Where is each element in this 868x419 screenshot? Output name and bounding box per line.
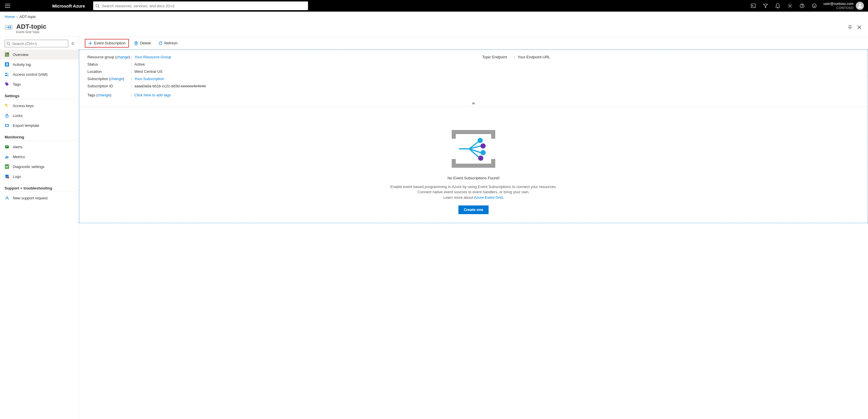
refresh-button[interactable]: Refresh xyxy=(156,39,181,47)
svg-point-50 xyxy=(7,177,9,179)
cloud-shell-icon[interactable] xyxy=(747,0,760,11)
help-icon[interactable] xyxy=(796,0,808,11)
svg-point-35 xyxy=(6,83,6,84)
nav-tags[interactable]: Tags xyxy=(0,79,79,89)
nav-access-control[interactable]: Access control (IAM) xyxy=(0,69,79,79)
status-value: Active xyxy=(134,62,465,66)
change-subscription[interactable]: change xyxy=(111,76,123,81)
change-resource-group[interactable]: change xyxy=(116,55,129,59)
nav-diagnostic-settings[interactable]: Diagnostic settings xyxy=(0,162,79,171)
svg-rect-48 xyxy=(8,165,8,168)
svg-point-51 xyxy=(6,196,8,198)
essentials-collapse[interactable] xyxy=(79,101,868,107)
resource-menu: Overview Activity log Access control (IA… xyxy=(0,37,79,419)
topic-endpoint-label: Topic Endpoint xyxy=(482,55,514,59)
nav-alerts[interactable]: Alerts xyxy=(0,142,79,152)
user-account[interactable]: user@contoso.com CONTOSO xyxy=(820,2,867,10)
learn-more-link[interactable]: Azure Event Grid xyxy=(474,195,502,200)
hamburger-button[interactable] xyxy=(1,0,14,11)
svg-rect-60 xyxy=(452,130,456,139)
svg-point-12 xyxy=(812,4,816,8)
svg-rect-40 xyxy=(6,125,8,126)
svg-point-3 xyxy=(96,4,99,7)
svg-point-66 xyxy=(480,143,486,149)
nav-item-label: Locks xyxy=(13,114,23,118)
global-search[interactable] xyxy=(93,1,308,10)
nav-metrics[interactable]: Metrics xyxy=(0,152,79,162)
empty-state: No Event Subscriptions Found! Enable eve… xyxy=(79,107,868,223)
svg-point-68 xyxy=(478,156,483,161)
global-search-input[interactable] xyxy=(100,1,306,10)
svg-rect-47 xyxy=(7,166,7,168)
svg-rect-26 xyxy=(5,54,7,54)
svg-rect-44 xyxy=(7,156,8,158)
status-label: Status xyxy=(87,62,131,66)
svg-rect-38 xyxy=(6,115,8,117)
nav-new-support-request[interactable]: New support request xyxy=(0,193,79,203)
svg-rect-30 xyxy=(6,63,8,64)
svg-rect-5 xyxy=(751,4,756,8)
breadcrumb: Home › ADT-topic xyxy=(0,11,868,22)
event-grid-hero-icon xyxy=(452,130,495,168)
metrics-icon xyxy=(5,154,9,159)
nav-item-label: Logs xyxy=(13,174,21,179)
brand-label[interactable]: Microsoft Azure xyxy=(52,3,85,8)
settings-gear-icon[interactable] xyxy=(784,0,796,11)
svg-rect-32 xyxy=(6,65,8,66)
create-one-button[interactable]: Create one xyxy=(458,205,488,214)
nav-item-label: New support request xyxy=(13,196,48,200)
iam-icon xyxy=(5,72,9,76)
svg-point-23 xyxy=(7,42,9,45)
resource-group-link[interactable]: Your-Resource-Group xyxy=(134,55,171,59)
svg-rect-64 xyxy=(491,159,495,168)
filter-icon[interactable] xyxy=(760,0,772,11)
svg-line-24 xyxy=(9,44,10,45)
close-button[interactable] xyxy=(855,23,863,31)
svg-rect-41 xyxy=(5,146,9,148)
location-label: Location xyxy=(87,69,131,74)
svg-point-34 xyxy=(7,73,8,74)
svg-point-65 xyxy=(477,138,483,143)
overview-icon xyxy=(5,52,9,57)
svg-point-11 xyxy=(802,7,802,7)
nav-access-keys[interactable]: Access keys xyxy=(0,101,79,110)
nav-item-label: Overview xyxy=(13,53,28,57)
nav-activity-log[interactable]: Activity log xyxy=(0,60,79,69)
add-tags-link[interactable]: Click here to add tags xyxy=(134,93,171,97)
user-email: user@contoso.com xyxy=(823,2,854,6)
nav-export-template[interactable]: Export template xyxy=(0,121,79,130)
nav-group-support: Support + troubleshooting xyxy=(0,185,79,192)
nav-item-label: Export template xyxy=(13,123,39,128)
export-icon xyxy=(5,123,9,128)
svg-point-33 xyxy=(5,73,7,74)
svg-point-17 xyxy=(9,26,11,27)
svg-rect-42 xyxy=(5,157,6,158)
command-bar: Event Subscription Delete Refresh xyxy=(79,37,868,50)
delete-button[interactable]: Delete xyxy=(131,39,154,47)
feedback-icon[interactable] xyxy=(808,0,820,11)
menu-search-input[interactable] xyxy=(10,40,66,47)
notifications-icon[interactable] xyxy=(772,0,784,11)
event-subscription-button[interactable]: Event Subscription xyxy=(85,39,129,47)
svg-rect-46 xyxy=(5,165,6,168)
location-value: West Central US xyxy=(134,69,465,74)
svg-rect-61 xyxy=(491,130,495,139)
subscription-link[interactable]: Your-Subscription xyxy=(134,76,164,81)
svg-marker-7 xyxy=(764,4,768,8)
menu-search[interactable] xyxy=(5,40,68,47)
nav-overview[interactable]: Overview xyxy=(0,50,79,60)
change-tags[interactable]: change xyxy=(97,93,110,97)
collapse-menu-button[interactable] xyxy=(70,41,76,46)
svg-line-4 xyxy=(98,7,99,7)
nav-item-label: Access control (IAM) xyxy=(13,72,48,76)
breadcrumb-home[interactable]: Home xyxy=(5,14,15,19)
pin-button[interactable] xyxy=(846,23,854,31)
resource-type-label: Event Grid Topic xyxy=(16,30,46,34)
nav-locks[interactable]: Locks xyxy=(0,110,79,121)
svg-rect-31 xyxy=(6,64,8,65)
user-directory: CONTOSO xyxy=(823,6,854,10)
avatar[interactable] xyxy=(856,2,864,10)
nav-logs[interactable]: Logs xyxy=(0,171,79,181)
support-icon xyxy=(5,196,9,200)
logs-icon xyxy=(5,174,9,179)
